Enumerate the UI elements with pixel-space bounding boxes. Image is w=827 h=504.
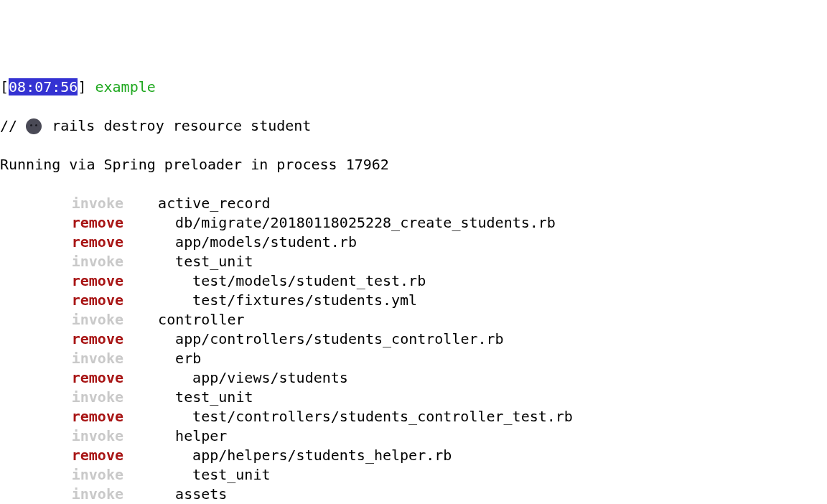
output-line: remove app/controllers/students_controll… bbox=[0, 330, 827, 349]
output-path: active_record bbox=[141, 195, 271, 212]
remove-action: remove bbox=[0, 271, 123, 291]
output-line: invoke controller bbox=[0, 310, 827, 330]
remove-action: remove bbox=[0, 291, 123, 310]
output-line: invoke test_unit bbox=[0, 388, 827, 407]
timestamp: 08:07:56 bbox=[9, 78, 78, 95]
output-path: helper bbox=[141, 427, 227, 444]
output-path: app/controllers/students_controller.rb bbox=[141, 330, 504, 347]
output-path: controller bbox=[141, 311, 244, 328]
output-path: test_unit bbox=[141, 388, 253, 406]
remove-action: remove bbox=[0, 368, 123, 388]
output-line: invoke test_unit bbox=[0, 252, 827, 271]
remove-action: remove bbox=[0, 213, 123, 233]
output-line: invoke test_unit bbox=[0, 465, 827, 485]
command-text: rails destroy resource student bbox=[43, 117, 311, 134]
invoke-action: invoke bbox=[0, 485, 123, 504]
output-line: remove db/migrate/20180118025228_create_… bbox=[0, 213, 827, 233]
output-path: app/helpers/students_helper.rb bbox=[141, 447, 452, 464]
output-path: test/controllers/students_controller_tes… bbox=[141, 408, 573, 425]
output-line: invoke helper bbox=[0, 426, 827, 446]
remove-action: remove bbox=[0, 446, 123, 465]
output-line: remove test/fixtures/students.yml bbox=[0, 291, 827, 310]
output-line: remove app/models/student.rb bbox=[0, 233, 827, 252]
invoke-action: invoke bbox=[0, 349, 123, 368]
output-path: test/models/student_test.rb bbox=[141, 272, 426, 289]
invoke-action: invoke bbox=[0, 252, 123, 271]
invoke-action: invoke bbox=[0, 194, 123, 213]
invoke-action: invoke bbox=[0, 426, 123, 446]
output-path: test/fixtures/students.yml bbox=[141, 291, 417, 309]
output-path: app/models/student.rb bbox=[141, 233, 357, 251]
command-line[interactable]: // rails destroy resource student bbox=[0, 116, 827, 136]
bracket-close: ] bbox=[78, 78, 86, 95]
output-line: remove app/views/students bbox=[0, 368, 827, 388]
prompt-line: [08:07:56] example bbox=[0, 78, 827, 97]
output-path: test_unit bbox=[141, 466, 270, 483]
output-line: invoke active_record bbox=[0, 194, 827, 213]
remove-action: remove bbox=[0, 407, 123, 426]
output-path: app/views/students bbox=[141, 369, 348, 386]
invoke-action: invoke bbox=[0, 310, 123, 330]
generator-output: invoke active_recordremove db/migrate/20… bbox=[0, 194, 827, 504]
output-path: db/migrate/20180118025228_create_student… bbox=[141, 214, 556, 231]
output-path: erb bbox=[141, 350, 201, 367]
prompt-prefix: // bbox=[0, 117, 26, 134]
invoke-action: invoke bbox=[0, 388, 123, 407]
output-line: invoke erb bbox=[0, 349, 827, 368]
output-line: remove app/helpers/students_helper.rb bbox=[0, 446, 827, 465]
invoke-action: invoke bbox=[0, 465, 123, 485]
running-line: Running via Spring preloader in process … bbox=[0, 155, 827, 174]
output-path: assets bbox=[141, 485, 227, 503]
output-line: remove test/controllers/students_control… bbox=[0, 407, 827, 426]
remove-action: remove bbox=[0, 233, 123, 252]
output-path: test_unit bbox=[141, 253, 253, 270]
bracket-open: [ bbox=[0, 78, 9, 95]
output-line: invoke assets bbox=[0, 485, 827, 504]
cwd-folder: example bbox=[95, 78, 155, 95]
remove-action: remove bbox=[0, 330, 123, 349]
output-line: remove test/models/student_test.rb bbox=[0, 271, 827, 291]
moon-face-icon bbox=[26, 118, 42, 134]
